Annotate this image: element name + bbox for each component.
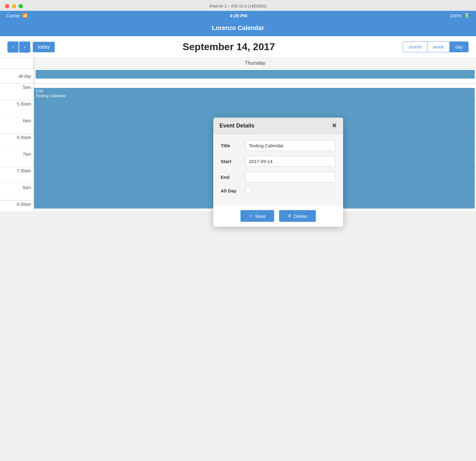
form-row-end: End xyxy=(221,172,336,183)
allday-checkbox[interactable] xyxy=(245,187,252,194)
toolbar-left: ‹ › today xyxy=(7,41,55,53)
allday-event[interactable] xyxy=(36,70,475,79)
form-row-allday: All Day xyxy=(221,187,336,194)
view-week-button[interactable]: week xyxy=(427,42,450,52)
save-label: Save xyxy=(255,213,266,219)
battery-icon: 🔋 xyxy=(464,13,470,18)
end-input[interactable] xyxy=(245,172,336,183)
start-label: Start xyxy=(221,159,245,164)
prev-icon: ‹ xyxy=(12,44,14,50)
title-input[interactable] xyxy=(245,140,336,151)
window-title: iPad Air 2 – iOS 10.3 (14E8301) xyxy=(209,4,266,8)
modal-body: Title Start End All Day xyxy=(213,134,343,205)
time-label-730am: 7:30am xyxy=(0,167,34,183)
next-icon: › xyxy=(24,44,25,50)
form-row-title: Title xyxy=(221,140,336,151)
date-title: September 14, 2017 xyxy=(183,41,275,52)
status-right: 100% 🔋 xyxy=(450,13,470,18)
form-row-start: Start xyxy=(221,156,336,167)
next-button[interactable]: › xyxy=(19,41,30,53)
allday-cell[interactable] xyxy=(34,69,476,83)
allday-row: all-day xyxy=(0,69,476,84)
start-input[interactable] xyxy=(245,156,336,167)
modal-close-button[interactable]: ✕ xyxy=(332,122,337,129)
view-day-button[interactable]: day xyxy=(450,42,468,52)
window-chrome: iPad Air 2 – iOS 10.3 (14E8301) xyxy=(0,0,476,11)
save-button[interactable]: ✓ Save xyxy=(240,210,274,222)
save-icon: ✓ xyxy=(249,213,253,219)
allday-field-label: All Day xyxy=(221,188,245,193)
modal-footer: ✓ Save ✕ Delete xyxy=(213,205,343,227)
modal-header: Event Details ✕ xyxy=(213,118,343,134)
time-gutter-header xyxy=(0,58,34,68)
wifi-icon: 📶 xyxy=(22,13,28,18)
status-time: 4:29 PM xyxy=(230,13,247,18)
delete-label: Delete xyxy=(294,213,307,219)
event-modal: Event Details ✕ Title Start End All Day … xyxy=(213,118,343,227)
close-button[interactable] xyxy=(5,4,9,8)
time-label-830am: 8:30am xyxy=(0,200,34,211)
window-buttons xyxy=(5,4,23,8)
status-bar: Carrier 📶 4:29 PM 100% 🔋 xyxy=(0,11,476,20)
toolbar-right: month week day xyxy=(403,41,469,52)
app-title: Lorenzo Calendar xyxy=(212,24,264,31)
event-title: Testing Calendar xyxy=(36,93,473,98)
delete-button[interactable]: ✕ Delete xyxy=(279,210,316,222)
toolbar-center: September 14, 2017 xyxy=(55,41,403,53)
time-label-630am: 6:30am xyxy=(0,134,34,150)
window-title-bar: iPad Air 2 – iOS 10.3 (14E8301) xyxy=(0,2,476,11)
calendar-toolbar: ‹ › today September 14, 2017 month week … xyxy=(0,36,476,58)
delete-icon: ✕ xyxy=(288,213,292,219)
title-label: Title xyxy=(221,143,245,148)
view-month-button[interactable]: month xyxy=(403,42,427,52)
time-label-530am: 5:30am xyxy=(0,100,34,117)
view-toggle: month week day xyxy=(403,41,469,52)
event-time: 5:09 xyxy=(36,89,473,93)
allday-label: all-day xyxy=(0,69,34,83)
time-label-7am: 7am xyxy=(0,150,34,167)
minimize-button[interactable] xyxy=(12,4,16,8)
day-header-row: Thursday xyxy=(0,58,476,69)
end-label: End xyxy=(221,174,245,180)
time-label-8am: 8am xyxy=(0,184,34,200)
today-button[interactable]: today xyxy=(33,42,55,52)
modal-title: Event Details xyxy=(219,123,254,129)
prev-button[interactable]: ‹ xyxy=(7,41,19,53)
day-header-cell: Thursday xyxy=(34,58,476,68)
maximize-button[interactable] xyxy=(19,4,23,8)
status-left: Carrier 📶 xyxy=(6,13,28,18)
time-label-5am: 5am xyxy=(0,84,34,100)
nav-buttons: ‹ › xyxy=(7,41,30,53)
battery-percent: 100% xyxy=(450,13,461,18)
app-header: Lorenzo Calendar xyxy=(0,20,476,36)
time-label-6am: 6am xyxy=(0,117,34,133)
carrier-label: Carrier xyxy=(6,13,20,18)
